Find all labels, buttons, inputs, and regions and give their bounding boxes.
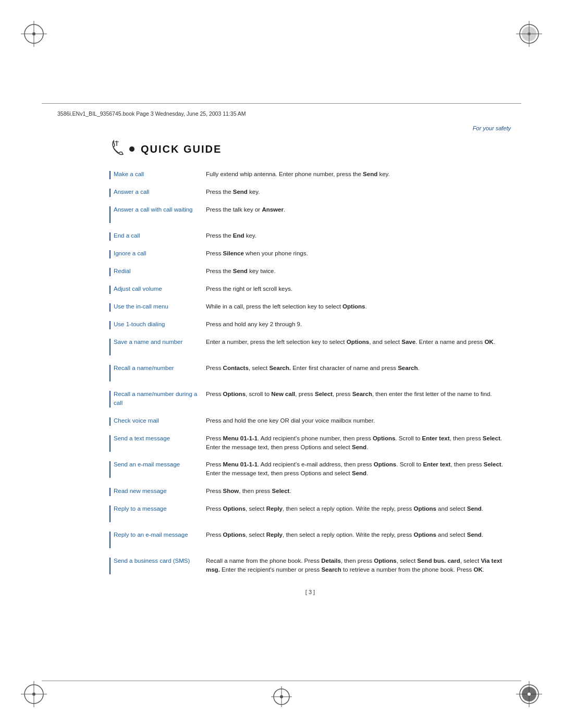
guide-link-11[interactable]: Recall a name/number during a call <box>114 390 206 408</box>
guide-link-18[interactable]: Send a business card (SMS) <box>114 557 190 565</box>
table-row: Answer a call with call waitingPress the… <box>109 203 511 225</box>
right-col-17: Press Options, select Reply, then select… <box>206 528 511 550</box>
page: 3586i.ENv1_BIL_9356745.book Page 3 Wedne… <box>0 0 563 728</box>
bar-line-9 <box>109 339 111 355</box>
table-row: Reply to a messagePress Options, select … <box>109 502 511 524</box>
right-col-8: Press and hold any key 2 through 9. <box>206 318 511 331</box>
bar-line-10 <box>109 365 111 381</box>
guide-link-7[interactable]: Use the in-call menu <box>114 302 168 311</box>
table-row: Send an e-mail messagePress Menu 01-1-1.… <box>109 458 511 480</box>
corner-mark-br <box>516 681 542 707</box>
spacer-row-13 <box>109 454 511 458</box>
spacer-row-11 <box>109 410 511 414</box>
right-col-13: Press Menu 01-1-1. Add recipient's phone… <box>206 432 511 454</box>
left-col-12: Check voice mail <box>109 414 206 428</box>
bar-line-1 <box>109 189 111 197</box>
bar-line-0 <box>109 171 111 179</box>
table-row: Make a callFully extend whip antenna. En… <box>109 168 511 181</box>
header-file-info: 3586i.ENv1_BIL_9356745.book Page 3 Wedne… <box>57 108 506 118</box>
guide-link-10[interactable]: Recall a name/number <box>114 364 174 373</box>
left-col-6: Adjust call volume <box>109 282 206 296</box>
left-col-14: Send an e-mail message <box>109 458 206 480</box>
corner-mark-bl <box>21 681 47 707</box>
spacer-row-18 <box>109 576 511 581</box>
svg-point-8 <box>522 27 536 41</box>
spacer-row-15 <box>109 498 511 502</box>
left-col-9: Save a name and number <box>109 336 206 357</box>
left-col-2: Answer a call with call waiting <box>109 203 206 225</box>
guide-link-15[interactable]: Read new message <box>114 487 167 496</box>
spacer-row-6 <box>109 296 511 300</box>
bar-line-2 <box>109 206 111 223</box>
right-col-12: Press and hold the one key OR dial your … <box>206 414 511 428</box>
bar-line-11 <box>109 391 111 408</box>
left-col-3: End a call <box>109 229 206 243</box>
left-col-17: Reply to an e-mail message <box>109 528 206 550</box>
page-title: QUICK GUIDE <box>141 143 222 155</box>
bar-line-3 <box>109 232 111 241</box>
left-col-16: Reply to a message <box>109 502 206 524</box>
guide-link-5[interactable]: Redial <box>114 267 131 276</box>
right-col-2: Press the talk key or Answer. <box>206 203 511 225</box>
antenna-icon <box>109 140 124 158</box>
spacer-row-1 <box>109 199 511 203</box>
left-col-15: Read new message <box>109 485 206 498</box>
right-col-9: Enter a number, press the left selection… <box>206 336 511 357</box>
right-col-1: Press the Send key. <box>206 186 511 199</box>
page-number: [ 3 ] <box>109 589 511 595</box>
bar-line-8 <box>109 321 111 329</box>
svg-point-21 <box>280 695 283 698</box>
guide-link-9[interactable]: Save a name and number <box>114 338 182 347</box>
top-separator <box>42 103 521 104</box>
bar-line-6 <box>109 286 111 294</box>
bar-line-17 <box>109 532 111 548</box>
main-content: For your safety QUICK GUIDE Make a callF… <box>109 125 511 676</box>
corner-mark-tl <box>21 21 47 47</box>
guide-link-14[interactable]: Send an e-mail message <box>114 460 180 469</box>
spacer-row-9 <box>109 357 511 362</box>
guide-link-17[interactable]: Reply to an e-mail message <box>114 530 188 539</box>
table-row: Ignore a callPress Silence when your pho… <box>109 247 511 261</box>
guide-link-0[interactable]: Make a call <box>114 170 144 179</box>
spacer-row-16 <box>109 524 511 528</box>
guide-link-2[interactable]: Answer a call with call waiting <box>114 205 192 214</box>
right-col-5: Press the Send key twice. <box>206 265 511 278</box>
spacer-row-12 <box>109 428 511 432</box>
guide-table: Make a callFully extend whip antenna. En… <box>109 168 511 581</box>
left-col-11: Recall a name/number during a call <box>109 388 206 410</box>
right-col-6: Press the right or left scroll keys. <box>206 282 511 296</box>
bar-line-13 <box>109 435 111 452</box>
safety-label: For your safety <box>109 125 511 131</box>
guide-link-16[interactable]: Reply to a message <box>114 504 167 513</box>
left-col-13: Send a text message <box>109 432 206 454</box>
spacer-row-3 <box>109 243 511 247</box>
spacer-row-5 <box>109 278 511 282</box>
table-row: Reply to an e-mail messagePress Options,… <box>109 528 511 550</box>
bar-line-15 <box>109 488 111 496</box>
guide-link-13[interactable]: Send a text message <box>114 434 170 443</box>
guide-link-6[interactable]: Adjust call volume <box>114 285 162 293</box>
guide-link-8[interactable]: Use 1-touch dialing <box>114 320 165 329</box>
table-row: Answer a callPress the Send key. <box>109 186 511 199</box>
table-row: Save a name and numberEnter a number, pr… <box>109 336 511 357</box>
table-row: Use 1-touch dialingPress and hold any ke… <box>109 318 511 331</box>
left-col-7: Use the in-call menu <box>109 300 206 314</box>
left-col-0: Make a call <box>109 168 206 181</box>
right-col-18: Recall a name from the phone book. Press… <box>206 554 511 577</box>
table-row: Check voice mailPress and hold the one k… <box>109 414 511 428</box>
table-row: Send a business card (SMS)Recall a name … <box>109 554 511 577</box>
guide-link-1[interactable]: Answer a call <box>114 188 149 196</box>
guide-link-3[interactable]: End a call <box>114 231 140 240</box>
bar-line-7 <box>109 303 111 312</box>
spacer-row-10 <box>109 384 511 388</box>
spacer-row-7 <box>109 314 511 318</box>
title-section: QUICK GUIDE <box>109 140 511 158</box>
right-col-0: Fully extend whip antenna. Enter phone n… <box>206 168 511 181</box>
left-col-18: Send a business card (SMS) <box>109 554 206 577</box>
table-row: Send a text messagePress Menu 01-1-1. Ad… <box>109 432 511 454</box>
right-col-11: Press Options, scroll to New call, press… <box>206 388 511 410</box>
guide-link-12[interactable]: Check voice mail <box>114 416 159 425</box>
bar-line-14 <box>109 461 111 478</box>
guide-link-4[interactable]: Ignore a call <box>114 249 146 258</box>
right-col-15: Press Show, then press Select. <box>206 485 511 498</box>
